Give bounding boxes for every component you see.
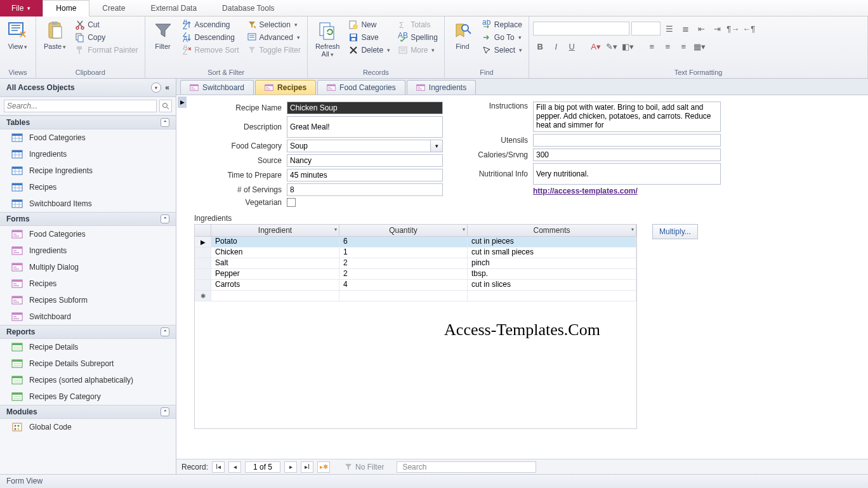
nav-item-forms-0[interactable]: Food Categories [0,226,176,242]
filter-button[interactable]: Filter [149,19,177,51]
save-button[interactable]: Save [346,32,393,43]
format-painter-button[interactable]: Format Painter [72,44,140,56]
subform-new-row[interactable] [195,291,636,301]
recnav-new[interactable]: ▸✱ [317,461,330,473]
ascending-button[interactable]: AZAscending [180,19,242,30]
underline-button[interactable]: U [565,39,579,53]
recnav-position[interactable] [245,461,280,473]
nav-item-reports-3[interactable]: Recipes By Category [0,388,176,405]
replace-button[interactable]: abReplace [479,19,525,30]
select-button[interactable]: Select [479,44,525,56]
spelling-button[interactable]: ABCSpelling [395,32,440,43]
align-right-button[interactable]: ≡ [676,39,690,53]
nav-item-reports-0[interactable]: Recipe Details [0,339,176,355]
recnav-last[interactable]: ▸I [301,461,313,473]
recnav-prev[interactable]: ◂ [228,461,241,473]
bullets-icon[interactable]: ☰ [662,22,676,36]
field-instructions[interactable]: Fill a big pot with water. Bring to boil… [533,102,721,132]
tab-home[interactable]: Home [43,0,89,16]
doctab-food categories[interactable]: Food Categories [317,80,405,95]
nav-item-modules-0[interactable]: Global Code [0,419,176,435]
bold-button[interactable]: B [533,39,547,53]
cut-button[interactable]: Cut [72,19,140,30]
nav-item-forms-5[interactable]: Switchboard [0,308,176,325]
field-time[interactable] [287,169,443,181]
remove-sort-button[interactable]: AZRemove Sort [180,44,242,56]
new-button[interactable]: New [346,19,393,30]
delete-button[interactable]: Delete [346,44,393,56]
align-center-button[interactable]: ≡ [661,39,674,53]
field-source[interactable] [287,154,443,167]
font-color-button[interactable]: A▾ [589,39,603,53]
nav-collapse-button[interactable]: « [165,83,169,92]
subform-row[interactable]: Chicken 1 cut in small pieces [195,247,636,258]
recnav-first[interactable]: I◂ [212,461,225,473]
copy-button[interactable]: Copy [72,32,140,43]
nav-item-reports-2[interactable]: Recipes (sorted alphabetically) [0,372,176,388]
subform-row[interactable]: Carrots 4 cut in slices [195,280,636,291]
field-description[interactable] [287,116,443,138]
nav-item-reports-1[interactable]: Recipe Details Subreport [0,355,176,372]
subform-row[interactable]: ▶ Potato 6 cut in pieces [195,237,636,247]
nav-item-forms-4[interactable]: Recipes Subform [0,292,176,308]
nav-item-tables-1[interactable]: Ingredients [0,146,176,162]
toggle-filter-button[interactable]: Toggle Filter [244,44,303,56]
field-nutritional[interactable] [533,163,721,185]
gridlines-button[interactable]: ▦▾ [692,39,706,53]
recnav-next[interactable]: ▸ [284,461,297,473]
nav-item-tables-3[interactable]: Recipes [0,179,176,195]
refresh-all-button[interactable]: Refresh All [312,19,344,60]
field-recipe-name[interactable] [287,102,443,114]
tab-external-data[interactable]: External Data [138,0,209,16]
nav-item-tables-0[interactable]: Food Categories [0,129,176,146]
nav-section-tables[interactable]: Tables⌃ [0,115,176,129]
nav-section-forms[interactable]: Forms⌃ [0,212,176,226]
selection-button[interactable]: Selection [244,19,303,30]
field-food-category[interactable] [287,140,430,152]
search-icon[interactable] [159,100,172,112]
field-servings[interactable] [287,183,443,196]
recnav-nofilter[interactable]: No Filter [344,463,384,472]
subform-sel-header[interactable] [195,225,211,236]
subform-row[interactable]: Salt 2 pinch [195,258,636,269]
subform-header-quantity[interactable]: Quantity▾ [339,225,468,236]
nav-section-reports[interactable]: Reports⌃ [0,325,176,339]
nav-item-tables-4[interactable]: Switchboard Items [0,195,176,212]
nav-section-modules[interactable]: Modules⌃ [0,405,176,419]
descending-button[interactable]: ZADescending [180,32,242,43]
goto-button[interactable]: Go To [479,32,525,43]
doctab-recipes[interactable]: Recipes [255,80,316,95]
tab-database-tools[interactable]: Database Tools [209,0,287,16]
find-button[interactable]: Find [449,19,477,51]
food-category-dd-button[interactable]: ▾ [430,140,443,152]
numbering-icon[interactable]: ≣ [678,22,692,36]
nav-search-input[interactable] [4,100,157,112]
subform-header-comments[interactable]: Comments▾ [468,225,636,236]
multiply-button[interactable]: Multiply... [652,224,698,239]
advanced-button[interactable]: Advanced [244,32,303,43]
nav-item-forms-1[interactable]: Ingredients [0,242,176,259]
subform-row[interactable]: Pepper 2 tbsp. [195,269,636,280]
paste-button[interactable]: Paste [40,19,70,52]
ltr-icon[interactable]: ¶→ [726,22,740,36]
tab-create[interactable]: Create [89,0,138,16]
highlight-button[interactable]: ✎▾ [605,39,619,53]
nav-dd-icon[interactable]: ▾ [151,82,161,93]
totals-button[interactable]: ΣTotals [395,19,440,30]
tab-file[interactable]: File▾ [0,0,43,16]
font-family-combo[interactable] [533,22,629,36]
font-size-combo[interactable] [631,22,661,36]
subform-header-ingredient[interactable]: Ingredient▾ [211,225,339,236]
italic-button[interactable]: I [549,39,563,53]
nav-item-forms-2[interactable]: Multiply Dialog [0,259,176,275]
doctab-ingredients[interactable]: Ingredients [407,80,476,95]
nav-header[interactable]: All Access Objects ▾« [0,79,176,97]
doctab-switchboard[interactable]: Switchboard [180,80,254,95]
align-left-button[interactable]: ≡ [645,39,659,53]
field-utensils[interactable] [533,134,721,147]
nav-item-forms-3[interactable]: Recipes [0,275,176,292]
indent-inc-icon[interactable]: ⇥ [710,22,724,36]
recnav-search[interactable]: Search [397,461,536,473]
indent-dec-icon[interactable]: ⇤ [694,22,708,36]
more-button[interactable]: More [395,44,440,56]
